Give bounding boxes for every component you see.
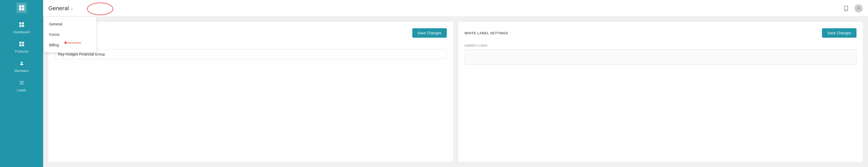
svg-rect-1 — [22, 5, 24, 7]
dropdown-menu: General Forms Billing — [44, 17, 96, 52]
white-label-card-title: WHITE LABEL SETTINGS — [465, 31, 508, 35]
tablet-icon[interactable] — [842, 4, 850, 12]
annotation-arrow-line — [65, 43, 81, 43]
svg-rect-8 — [19, 41, 22, 44]
svg-rect-9 — [22, 41, 24, 44]
sidebar-item-dashboard[interactable]: Dashboard — [0, 18, 43, 38]
svg-point-18 — [858, 6, 860, 8]
white-label-save-button[interactable]: Save Changes — [822, 28, 857, 38]
svg-rect-10 — [19, 44, 22, 46]
sidebar-item-products-label: Products — [15, 50, 28, 53]
sidebar-item-members[interactable]: Members — [0, 57, 43, 77]
svg-rect-0 — [19, 5, 22, 7]
general-card-header: GENERAL Save Changes — [55, 28, 447, 38]
sidebar-item-members-label: Members — [14, 69, 29, 73]
annotation-arrow-head — [64, 41, 66, 44]
members-icon — [19, 61, 24, 67]
svg-rect-6 — [19, 25, 22, 27]
svg-rect-3 — [22, 8, 24, 10]
white-label-card: WHITE LABEL SETTINGS Save Changes AGENCY… — [458, 22, 863, 162]
name-field-label: NAME — [55, 44, 447, 47]
name-input[interactable] — [55, 49, 447, 59]
svg-rect-4 — [19, 22, 22, 24]
agency-logo-label: AGENCY LOGO — [465, 44, 857, 47]
white-label-card-header: WHITE LABEL SETTINGS Save Changes — [465, 28, 857, 38]
svg-point-17 — [846, 9, 846, 10]
chevron-down-icon: ⌄ — [70, 6, 73, 10]
dropdown-item-general[interactable]: General — [44, 19, 96, 29]
general-card: GENERAL Save Changes NAME — [49, 22, 453, 162]
svg-rect-2 — [19, 8, 22, 10]
header: General ⌄ — [43, 0, 868, 17]
dropdown-item-billing[interactable]: Billing — [44, 40, 96, 50]
sidebar-item-dashboard-label: Dashboard — [13, 30, 30, 34]
sidebar-item-products[interactable]: Products — [0, 38, 43, 57]
user-avatar[interactable] — [855, 4, 863, 12]
content-area: GENERAL Save Changes NAME WHITE LABEL SE… — [43, 17, 868, 167]
name-field-group: NAME — [55, 44, 447, 59]
sidebar-logo — [17, 3, 27, 13]
agency-logo-field-group: AGENCY LOGO — [465, 44, 857, 65]
sidebar-item-leads-label: Leads — [17, 88, 26, 92]
annotation-circle — [87, 3, 113, 15]
svg-rect-7 — [22, 25, 24, 27]
main-content: General ⌄ General — [43, 0, 868, 167]
sidebar: Dashboard Products Members — [0, 0, 43, 167]
page-title: General — [49, 5, 69, 12]
products-icon — [19, 41, 24, 48]
sidebar-item-leads[interactable]: Leads — [0, 77, 43, 96]
header-icons — [842, 4, 863, 12]
svg-rect-11 — [22, 44, 24, 46]
general-save-button[interactable]: Save Changes — [412, 28, 447, 38]
agency-logo-box[interactable] — [465, 49, 857, 65]
header-title-area[interactable]: General ⌄ — [49, 5, 73, 12]
dashboard-icon — [19, 22, 24, 29]
leads-icon — [19, 80, 24, 87]
dropdown-item-forms[interactable]: Forms — [44, 29, 96, 40]
svg-rect-5 — [22, 22, 24, 24]
svg-point-12 — [21, 61, 23, 63]
